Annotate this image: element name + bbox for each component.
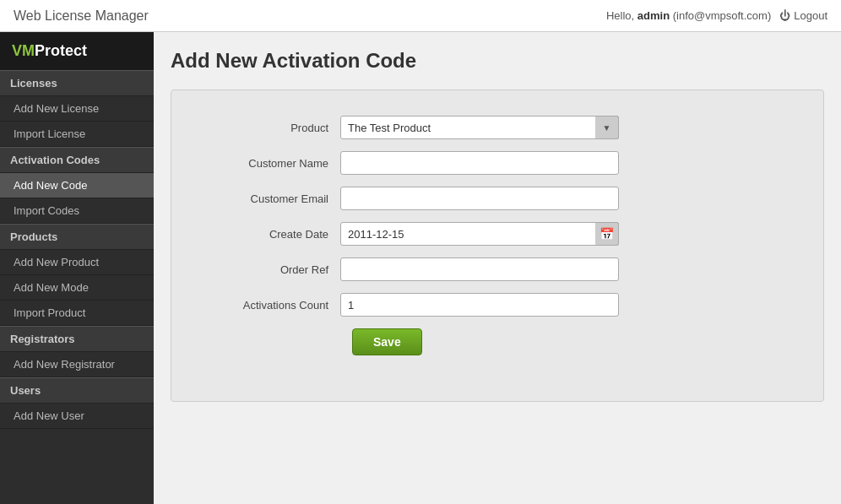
create-date-wrapper: 📅 (340, 222, 619, 246)
topbar-user: Hello, admin (info@vmpsoft.com) Logout (606, 9, 827, 22)
customer-name-label: Customer Name (205, 157, 340, 170)
customer-email-row: Customer Email (205, 187, 789, 210)
brand-protect: Protect (35, 42, 87, 59)
products-section-header: Products (0, 224, 154, 250)
product-select-wrapper: The Test Product ▼ (340, 116, 619, 139)
product-row: Product The Test Product ▼ (205, 116, 789, 139)
customer-email-input[interactable] (340, 187, 619, 210)
power-icon (779, 9, 790, 22)
topbar-greeting: Hello, admin (info@vmpsoft.com) (606, 9, 771, 22)
sidebar-item-add-new-product[interactable]: Add New Product (0, 250, 154, 275)
form-card: Product The Test Product ▼ Customer Name… (171, 89, 824, 402)
page-title: Add New Activation Code (171, 49, 824, 73)
activations-count-label: Activations Count (205, 299, 340, 312)
layout: VMProtect Licenses Add New License Impor… (0, 32, 841, 504)
sidebar: VMProtect Licenses Add New License Impor… (0, 32, 154, 504)
sidebar-item-add-new-code[interactable]: Add New Code (0, 173, 154, 198)
sidebar-item-import-license[interactable]: Import License (0, 122, 154, 147)
create-date-input[interactable] (340, 222, 619, 246)
topbar-email: (info@vmpsoft.com) (673, 9, 772, 22)
product-label: Product (205, 122, 340, 134)
licenses-section-header: Licenses (0, 70, 154, 96)
calendar-icon[interactable]: 📅 (595, 222, 619, 246)
sidebar-item-add-new-registrator[interactable]: Add New Registrator (0, 352, 154, 377)
create-date-label: Create Date (205, 228, 340, 241)
main-content: Add New Activation Code Product The Test… (154, 32, 841, 504)
save-row: Save (205, 328, 789, 355)
sidebar-item-add-new-mode[interactable]: Add New Mode (0, 275, 154, 301)
brand-vm: VM (12, 42, 35, 59)
users-section-header: Users (0, 377, 154, 404)
order-ref-input[interactable] (340, 257, 619, 281)
activations-count-row: Activations Count (205, 293, 789, 317)
customer-name-row: Customer Name (205, 151, 789, 175)
create-date-row: Create Date 📅 (205, 222, 789, 246)
activations-count-input[interactable] (340, 293, 619, 317)
order-ref-label: Order Ref (205, 263, 340, 276)
topbar: Web License Manager Hello, admin (info@v… (0, 0, 841, 32)
sidebar-item-add-new-user[interactable]: Add New User (0, 404, 154, 429)
topbar-title: Web License Manager (14, 8, 149, 24)
customer-name-input[interactable] (340, 151, 619, 175)
save-button[interactable]: Save (352, 328, 422, 355)
sidebar-item-import-product[interactable]: Import Product (0, 301, 154, 326)
activation-codes-section-header: Activation Codes (0, 147, 154, 173)
product-select[interactable]: The Test Product (340, 116, 619, 139)
sidebar-item-add-new-license[interactable]: Add New License (0, 96, 154, 122)
customer-email-label: Customer Email (205, 192, 340, 205)
order-ref-row: Order Ref (205, 257, 789, 281)
brand: VMProtect (0, 32, 154, 70)
topbar-username: admin (638, 9, 670, 22)
logout-button[interactable]: Logout (779, 9, 827, 22)
registrators-section-header: Registrators (0, 326, 154, 352)
sidebar-item-import-codes[interactable]: Import Codes (0, 198, 154, 224)
